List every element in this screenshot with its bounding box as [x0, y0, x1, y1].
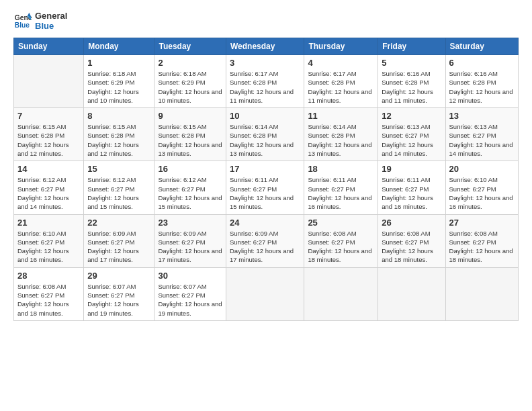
- calendar-cell: 5Sunrise: 6:16 AMSunset: 6:28 PMDaylight…: [378, 55, 445, 108]
- calendar-cell: 15Sunrise: 6:12 AMSunset: 6:27 PMDayligh…: [84, 161, 154, 214]
- calendar-cell: [378, 267, 445, 320]
- calendar-week-2: 7Sunrise: 6:15 AMSunset: 6:28 PMDaylight…: [14, 108, 519, 161]
- calendar-cell: 14Sunrise: 6:12 AMSunset: 6:27 PMDayligh…: [14, 161, 84, 214]
- calendar-table: SundayMondayTuesdayWednesdayThursdayFrid…: [13, 38, 519, 321]
- logo-line2: Blue: [35, 21, 67, 31]
- day-info: Sunrise: 6:15 AMSunset: 6:28 PMDaylight:…: [158, 122, 222, 158]
- calendar-cell: 10Sunrise: 6:14 AMSunset: 6:28 PMDayligh…: [226, 108, 304, 161]
- day-info: Sunrise: 6:10 AMSunset: 6:27 PMDaylight:…: [17, 229, 80, 265]
- day-info: Sunrise: 6:08 AMSunset: 6:27 PMDaylight:…: [17, 282, 80, 318]
- day-info: Sunrise: 6:17 AMSunset: 6:28 PMDaylight:…: [308, 69, 374, 105]
- calendar-cell: 2Sunrise: 6:18 AMSunset: 6:29 PMDaylight…: [154, 55, 226, 108]
- day-info: Sunrise: 6:18 AMSunset: 6:29 PMDaylight:…: [158, 69, 222, 105]
- day-info: Sunrise: 6:12 AMSunset: 6:27 PMDaylight:…: [87, 175, 150, 211]
- day-number: 12: [382, 111, 441, 121]
- day-number: 24: [230, 218, 300, 228]
- day-number: 19: [382, 164, 441, 174]
- day-number: 5: [382, 58, 441, 68]
- day-number: 20: [449, 164, 515, 174]
- calendar-cell: 29Sunrise: 6:07 AMSunset: 6:27 PMDayligh…: [84, 267, 154, 320]
- day-number: 9: [158, 111, 222, 121]
- day-number: 18: [308, 164, 374, 174]
- day-info: Sunrise: 6:14 AMSunset: 6:28 PMDaylight:…: [308, 122, 374, 158]
- calendar-cell: 6Sunrise: 6:16 AMSunset: 6:28 PMDaylight…: [445, 55, 518, 108]
- day-info: Sunrise: 6:13 AMSunset: 6:27 PMDaylight:…: [449, 122, 515, 158]
- logo: General Blue General Blue: [13, 11, 67, 31]
- day-number: 26: [382, 218, 441, 228]
- calendar-cell: 12Sunrise: 6:13 AMSunset: 6:27 PMDayligh…: [378, 108, 445, 161]
- day-info: Sunrise: 6:11 AMSunset: 6:27 PMDaylight:…: [308, 175, 374, 211]
- day-number: 22: [87, 218, 150, 228]
- header-saturday: Saturday: [445, 38, 518, 55]
- day-info: Sunrise: 6:11 AMSunset: 6:27 PMDaylight:…: [230, 175, 300, 211]
- calendar-cell: [226, 267, 304, 320]
- calendar-week-5: 28Sunrise: 6:08 AMSunset: 6:27 PMDayligh…: [14, 267, 519, 320]
- day-info: Sunrise: 6:10 AMSunset: 6:27 PMDaylight:…: [449, 175, 515, 211]
- calendar-cell: 4Sunrise: 6:17 AMSunset: 6:28 PMDaylight…: [304, 55, 378, 108]
- day-number: 10: [230, 111, 300, 121]
- calendar-cell: 22Sunrise: 6:09 AMSunset: 6:27 PMDayligh…: [84, 214, 154, 267]
- header-tuesday: Tuesday: [154, 38, 226, 55]
- calendar-cell: 20Sunrise: 6:10 AMSunset: 6:27 PMDayligh…: [445, 161, 518, 214]
- day-info: Sunrise: 6:07 AMSunset: 6:27 PMDaylight:…: [87, 282, 150, 318]
- day-info: Sunrise: 6:16 AMSunset: 6:28 PMDaylight:…: [382, 69, 441, 105]
- calendar-cell: 23Sunrise: 6:09 AMSunset: 6:27 PMDayligh…: [154, 214, 226, 267]
- day-info: Sunrise: 6:08 AMSunset: 6:27 PMDaylight:…: [382, 229, 441, 265]
- calendar-cell: 13Sunrise: 6:13 AMSunset: 6:27 PMDayligh…: [445, 108, 518, 161]
- day-number: 7: [17, 111, 80, 121]
- svg-text:Blue: Blue: [15, 21, 30, 29]
- calendar-cell: 24Sunrise: 6:09 AMSunset: 6:27 PMDayligh…: [226, 214, 304, 267]
- calendar-cell: 8Sunrise: 6:15 AMSunset: 6:28 PMDaylight…: [84, 108, 154, 161]
- day-number: 14: [17, 164, 80, 174]
- day-number: 6: [449, 58, 515, 68]
- day-number: 25: [308, 218, 374, 228]
- calendar-cell: 18Sunrise: 6:11 AMSunset: 6:27 PMDayligh…: [304, 161, 378, 214]
- calendar-week-4: 21Sunrise: 6:10 AMSunset: 6:27 PMDayligh…: [14, 214, 519, 267]
- header-friday: Friday: [378, 38, 445, 55]
- calendar-cell: 21Sunrise: 6:10 AMSunset: 6:27 PMDayligh…: [14, 214, 84, 267]
- day-number: 4: [308, 58, 374, 68]
- calendar-cell: 27Sunrise: 6:08 AMSunset: 6:27 PMDayligh…: [445, 214, 518, 267]
- day-info: Sunrise: 6:18 AMSunset: 6:29 PMDaylight:…: [87, 69, 150, 105]
- day-number: 21: [17, 218, 80, 228]
- day-info: Sunrise: 6:16 AMSunset: 6:28 PMDaylight:…: [449, 69, 515, 105]
- day-number: 16: [158, 164, 222, 174]
- calendar-cell: 16Sunrise: 6:12 AMSunset: 6:27 PMDayligh…: [154, 161, 226, 214]
- day-number: 3: [230, 58, 300, 68]
- header-thursday: Thursday: [304, 38, 378, 55]
- day-number: 13: [449, 111, 515, 121]
- logo-line1: General: [35, 11, 67, 21]
- day-number: 2: [158, 58, 222, 68]
- calendar-cell: 11Sunrise: 6:14 AMSunset: 6:28 PMDayligh…: [304, 108, 378, 161]
- header-monday: Monday: [84, 38, 154, 55]
- day-info: Sunrise: 6:17 AMSunset: 6:28 PMDaylight:…: [230, 69, 300, 105]
- calendar-cell: [445, 267, 518, 320]
- logo-icon: General Blue: [13, 11, 32, 30]
- day-number: 17: [230, 164, 300, 174]
- calendar-cell: 17Sunrise: 6:11 AMSunset: 6:27 PMDayligh…: [226, 161, 304, 214]
- day-info: Sunrise: 6:12 AMSunset: 6:27 PMDaylight:…: [158, 175, 222, 211]
- day-number: 28: [17, 271, 80, 281]
- calendar-header-row: SundayMondayTuesdayWednesdayThursdayFrid…: [14, 38, 519, 55]
- calendar-cell: 7Sunrise: 6:15 AMSunset: 6:28 PMDaylight…: [14, 108, 84, 161]
- day-number: 29: [87, 271, 150, 281]
- day-info: Sunrise: 6:15 AMSunset: 6:28 PMDaylight:…: [87, 122, 150, 158]
- day-info: Sunrise: 6:08 AMSunset: 6:27 PMDaylight:…: [308, 229, 374, 265]
- header-sunday: Sunday: [14, 38, 84, 55]
- day-number: 8: [87, 111, 150, 121]
- calendar-week-1: 1Sunrise: 6:18 AMSunset: 6:29 PMDaylight…: [14, 55, 519, 108]
- day-info: Sunrise: 6:14 AMSunset: 6:28 PMDaylight:…: [230, 122, 300, 158]
- header-wednesday: Wednesday: [226, 38, 304, 55]
- calendar-cell: 1Sunrise: 6:18 AMSunset: 6:29 PMDaylight…: [84, 55, 154, 108]
- day-number: 27: [449, 218, 515, 228]
- day-number: 23: [158, 218, 222, 228]
- calendar-week-3: 14Sunrise: 6:12 AMSunset: 6:27 PMDayligh…: [14, 161, 519, 214]
- calendar-cell: [14, 55, 84, 108]
- calendar-cell: 28Sunrise: 6:08 AMSunset: 6:27 PMDayligh…: [14, 267, 84, 320]
- day-info: Sunrise: 6:12 AMSunset: 6:27 PMDaylight:…: [17, 175, 80, 211]
- day-info: Sunrise: 6:09 AMSunset: 6:27 PMDaylight:…: [158, 229, 222, 265]
- calendar-cell: [304, 267, 378, 320]
- day-info: Sunrise: 6:09 AMSunset: 6:27 PMDaylight:…: [230, 229, 300, 265]
- calendar-cell: 25Sunrise: 6:08 AMSunset: 6:27 PMDayligh…: [304, 214, 378, 267]
- day-info: Sunrise: 6:09 AMSunset: 6:27 PMDaylight:…: [87, 229, 150, 265]
